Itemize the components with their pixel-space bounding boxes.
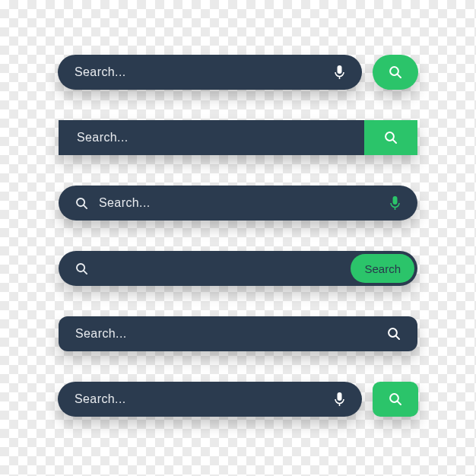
search-icon — [75, 262, 88, 275]
search-icon — [389, 392, 402, 406]
search-icon — [389, 65, 402, 79]
search-bar[interactable] — [58, 382, 362, 417]
search-variant-5[interactable] — [59, 316, 417, 351]
search-bar[interactable] — [58, 55, 362, 90]
search-input[interactable] — [75, 392, 334, 406]
svg-rect-14 — [338, 392, 342, 401]
search-button[interactable] — [373, 382, 418, 417]
search-icon — [384, 131, 398, 144]
search-input[interactable] — [99, 196, 389, 210]
search-input[interactable] — [75, 65, 334, 79]
search-icon — [75, 197, 88, 210]
svg-line-17 — [398, 401, 401, 405]
search-variant-1 — [58, 55, 418, 90]
microphone-icon[interactable] — [389, 195, 401, 211]
search-variant-6 — [58, 382, 418, 417]
svg-rect-0 — [338, 65, 342, 74]
search-variant-4[interactable]: Search — [59, 251, 417, 286]
search-variant-3[interactable] — [59, 186, 417, 221]
search-input[interactable] — [77, 131, 364, 144]
microphone-icon[interactable] — [334, 65, 345, 80]
search-button[interactable]: Search — [351, 254, 414, 283]
search-button-label: Search — [364, 262, 401, 275]
svg-line-11 — [84, 270, 87, 273]
svg-line-13 — [396, 336, 399, 339]
svg-rect-8 — [393, 196, 398, 205]
search-button[interactable] — [373, 55, 418, 90]
microphone-icon[interactable] — [334, 392, 345, 407]
search-input[interactable] — [75, 327, 387, 341]
svg-line-3 — [398, 75, 401, 78]
svg-line-7 — [84, 205, 87, 208]
search-button[interactable] — [364, 120, 417, 155]
search-variant-2 — [59, 120, 417, 155]
svg-line-5 — [393, 140, 396, 143]
search-icon[interactable] — [387, 327, 401, 341]
